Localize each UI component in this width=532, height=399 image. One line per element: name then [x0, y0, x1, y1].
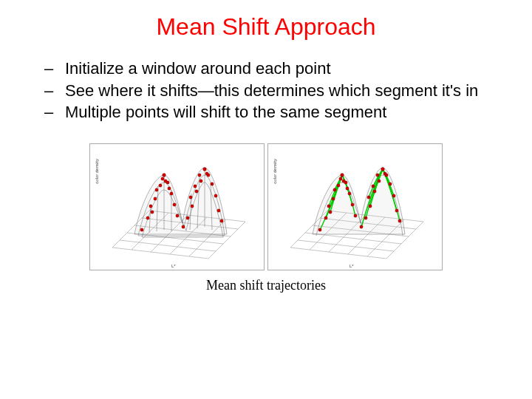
svg-point-80 — [395, 208, 398, 211]
x-axis-label: L* — [349, 264, 354, 268]
svg-point-28 — [198, 173, 201, 176]
svg-point-36 — [191, 204, 194, 207]
svg-point-22 — [173, 202, 176, 205]
svg-line-0 — [112, 248, 208, 259]
x-axis-label: L* — [171, 264, 176, 268]
svg-point-39 — [220, 219, 223, 222]
svg-point-38 — [217, 208, 220, 211]
svg-point-33 — [200, 179, 202, 182]
svg-point-29 — [203, 167, 207, 171]
svg-point-71 — [381, 167, 385, 171]
density-surface-with-trajectories — [298, 153, 416, 249]
svg-point-18 — [154, 197, 157, 200]
svg-point-76 — [383, 171, 386, 174]
svg-point-14 — [161, 177, 164, 180]
svg-point-78 — [369, 204, 372, 207]
svg-point-62 — [342, 179, 345, 182]
svg-point-65 — [354, 214, 357, 216]
figure-caption: Mean shift trajectories — [0, 278, 532, 293]
svg-point-56 — [339, 177, 342, 180]
z-axis-label: color density — [273, 159, 277, 184]
bullet-text: Initialize a window around each point — [65, 58, 502, 79]
svg-point-66 — [324, 216, 327, 219]
bullet-list: – Initialize a window around each point … — [44, 58, 502, 123]
svg-point-37 — [186, 216, 189, 219]
page-title: Mean Shift Approach — [0, 13, 532, 41]
z-axis-label: color density — [95, 159, 99, 184]
svg-point-60 — [332, 197, 335, 200]
svg-point-26 — [189, 195, 192, 198]
svg-point-57 — [341, 173, 344, 177]
bullet-item: – Multiple points will shift to the same… — [44, 102, 502, 123]
svg-point-74 — [392, 194, 395, 197]
svg-point-54 — [327, 204, 330, 207]
bullet-text: Multiple points will shift to the same s… — [65, 102, 502, 123]
svg-point-12 — [149, 204, 152, 207]
svg-point-34 — [205, 171, 208, 174]
svg-point-31 — [211, 182, 214, 185]
bullet-dash: – — [44, 81, 65, 101]
svg-point-35 — [195, 189, 198, 192]
svg-point-40 — [182, 225, 185, 228]
svg-point-73 — [389, 182, 392, 185]
svg-point-32 — [214, 194, 217, 197]
svg-point-61 — [337, 183, 340, 186]
svg-point-20 — [164, 179, 167, 182]
svg-point-41 — [140, 228, 143, 231]
svg-point-21 — [168, 186, 171, 189]
svg-point-68 — [367, 195, 370, 198]
svg-point-23 — [176, 214, 179, 216]
svg-point-69 — [372, 184, 375, 187]
plot-left: color density L* — [89, 143, 265, 270]
svg-point-15 — [163, 173, 166, 177]
bullet-text: See where it shifts—this determines whic… — [65, 81, 502, 101]
plot-right: color density L* — [267, 143, 443, 270]
svg-point-64 — [351, 202, 354, 205]
svg-point-59 — [348, 191, 351, 194]
svg-point-75 — [378, 179, 381, 182]
density-surface — [120, 153, 238, 249]
svg-point-13 — [155, 188, 158, 191]
svg-point-81 — [398, 219, 401, 222]
svg-point-83 — [318, 228, 321, 231]
svg-point-79 — [364, 216, 367, 219]
svg-point-63 — [346, 186, 349, 189]
bullet-dash: – — [44, 58, 65, 79]
svg-point-55 — [333, 188, 336, 191]
figure-row: color density L* — [0, 143, 532, 270]
svg-point-24 — [146, 216, 149, 219]
svg-point-67 — [329, 210, 332, 213]
svg-point-27 — [194, 184, 197, 187]
svg-point-19 — [159, 183, 162, 186]
svg-point-17 — [170, 191, 173, 194]
svg-point-70 — [376, 173, 379, 176]
bullet-dash: – — [44, 102, 65, 123]
svg-point-82 — [360, 225, 363, 228]
svg-point-77 — [373, 189, 376, 192]
bullet-item: – Initialize a window around each point — [44, 58, 502, 79]
svg-line-42 — [290, 248, 386, 259]
bullet-item: – See where it shifts—this determines wh… — [44, 81, 502, 101]
svg-point-25 — [151, 210, 154, 213]
